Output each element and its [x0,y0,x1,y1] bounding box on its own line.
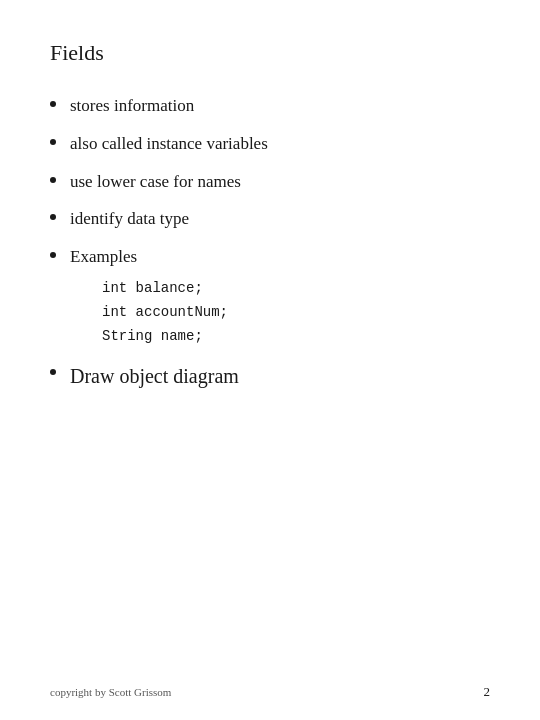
code-line-1: int balance; [102,277,490,301]
bullet-dot-3 [50,177,56,183]
bullet-dot-4 [50,214,56,220]
list-item: Examples [50,245,490,269]
bullet-text-4: identify data type [70,207,189,231]
list-item: also called instance variables [50,132,490,156]
bullet-dot-6 [50,369,56,375]
bullet-text-1: stores information [70,94,194,118]
bullet-dot-5 [50,252,56,258]
slide-title: Fields [50,40,490,66]
bullet-list-last: Draw object diagram [50,362,490,390]
bullet-dot-2 [50,139,56,145]
footer-page-number: 2 [484,684,491,700]
bullet-text-2: also called instance variables [70,132,268,156]
bullet-dot-1 [50,101,56,107]
slide-container: Fields stores information also called in… [0,0,540,720]
list-item: stores information [50,94,490,118]
bullet-text-last: Draw object diagram [70,362,239,390]
code-line-2: int accountNum; [102,301,490,325]
footer: copyright by Scott Grissom 2 [50,684,490,700]
list-item: identify data type [50,207,490,231]
code-line-3: String name; [102,325,490,349]
footer-copyright: copyright by Scott Grissom [50,686,171,698]
bullet-text-5: Examples [70,245,137,269]
list-item: use lower case for names [50,170,490,194]
bullet-list: stores information also called instance … [50,94,490,269]
bullet-text-3: use lower case for names [70,170,241,194]
code-block: int balance; int accountNum; String name… [102,277,490,348]
list-item-last: Draw object diagram [50,362,490,390]
